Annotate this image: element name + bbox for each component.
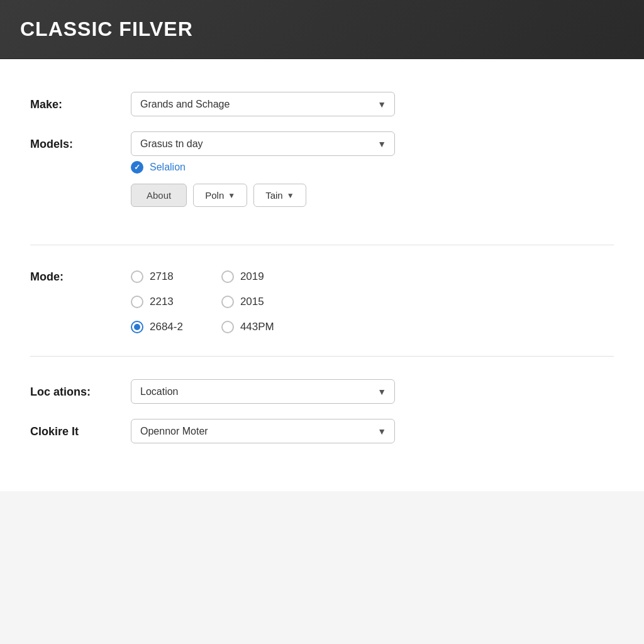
radio-443pm[interactable] — [221, 321, 234, 333]
make-section: Make: Grands and SchageOption 2Option 3 … — [30, 79, 614, 235]
radio-label-2213: 2213 — [150, 296, 174, 308]
radio-label-2718: 2718 — [150, 270, 174, 283]
selalion-label: Selalion — [150, 162, 186, 173]
mode-row: Mode: 2718 2019 2213 — [30, 268, 614, 333]
radio-label-443pm: 443PM — [240, 321, 274, 333]
models-select-wrapper: Grasus tn dayOption 2Option 3 ▼ — [131, 131, 395, 156]
models-label: Models: — [30, 131, 131, 151]
divider-1 — [30, 245, 614, 245]
tain-button[interactable]: Tain ▼ — [253, 184, 306, 207]
poln-label: Poln — [205, 190, 224, 201]
radio-2718[interactable] — [131, 270, 143, 283]
radio-item-2684: 2684-2 — [131, 321, 184, 333]
radio-label-2019: 2019 — [240, 270, 264, 283]
radio-item-443pm: 443PM — [221, 321, 274, 333]
divider-2 — [30, 356, 614, 357]
poln-arrow-icon: ▼ — [228, 191, 235, 200]
button-group: About Poln ▼ Tain ▼ — [131, 184, 614, 207]
mode-section: Mode: 2718 2019 2213 — [30, 255, 614, 346]
locations-section: Loc ations: LocationOption 2Option 3 ▼ C… — [30, 367, 614, 471]
radio-item-2718: 2718 — [131, 270, 184, 283]
radio-2019[interactable] — [221, 270, 234, 283]
clokire-select-wrapper: Opennor MoterOption 2Option 3 ▼ — [131, 419, 395, 443]
tain-label: Tain — [265, 190, 283, 201]
clokire-select[interactable]: Opennor MoterOption 2Option 3 — [131, 419, 395, 443]
poln-button[interactable]: Poln ▼ — [193, 184, 247, 207]
page-title: CLASSIC FILVER — [20, 18, 624, 41]
radio-2015[interactable] — [221, 296, 234, 308]
radio-2684[interactable] — [131, 321, 143, 333]
about-button[interactable]: About — [131, 184, 187, 207]
models-control: Grasus tn dayOption 2Option 3 ▼ Selalion… — [131, 131, 614, 207]
selalion-checkbox[interactable] — [131, 161, 143, 174]
header: CLASSIC FILVER — [0, 0, 644, 59]
make-select-wrapper: Grands and SchageOption 2Option 3 ▼ — [131, 92, 395, 116]
radio-2213[interactable] — [131, 296, 143, 308]
mode-label: Mode: — [30, 268, 131, 284]
mode-radio-grid: 2718 2019 2213 2015 — [131, 270, 274, 333]
models-select[interactable]: Grasus tn dayOption 2Option 3 — [131, 131, 395, 156]
make-select[interactable]: Grands and SchageOption 2Option 3 — [131, 92, 395, 116]
clokire-row: Clokire It Opennor MoterOption 2Option 3… — [30, 419, 614, 443]
locations-label: Loc ations: — [30, 379, 131, 399]
radio-item-2213: 2213 — [131, 296, 184, 308]
make-control: Grands and SchageOption 2Option 3 ▼ — [131, 92, 614, 116]
locations-control: LocationOption 2Option 3 ▼ — [131, 379, 614, 404]
locations-row: Loc ations: LocationOption 2Option 3 ▼ — [30, 379, 614, 404]
models-row: Models: Grasus tn dayOption 2Option 3 ▼ … — [30, 131, 614, 207]
app-container: CLASSIC FILVER Make: Grands and SchageOp… — [0, 0, 644, 491]
radio-label-2015: 2015 — [240, 296, 264, 308]
locations-select-wrapper: LocationOption 2Option 3 ▼ — [131, 379, 395, 404]
radio-item-2019: 2019 — [221, 270, 274, 283]
radio-label-2684: 2684-2 — [150, 321, 183, 333]
main-content: Make: Grands and SchageOption 2Option 3 … — [0, 59, 644, 491]
locations-select[interactable]: LocationOption 2Option 3 — [131, 379, 395, 404]
make-row: Make: Grands and SchageOption 2Option 3 … — [30, 92, 614, 116]
make-label: Make: — [30, 92, 131, 111]
clokire-label: Clokire It — [30, 419, 131, 438]
tain-arrow-icon: ▼ — [287, 191, 294, 200]
radio-item-2015: 2015 — [221, 296, 274, 308]
checkbox-row: Selalion — [131, 161, 614, 174]
clokire-control: Opennor MoterOption 2Option 3 ▼ — [131, 419, 614, 443]
